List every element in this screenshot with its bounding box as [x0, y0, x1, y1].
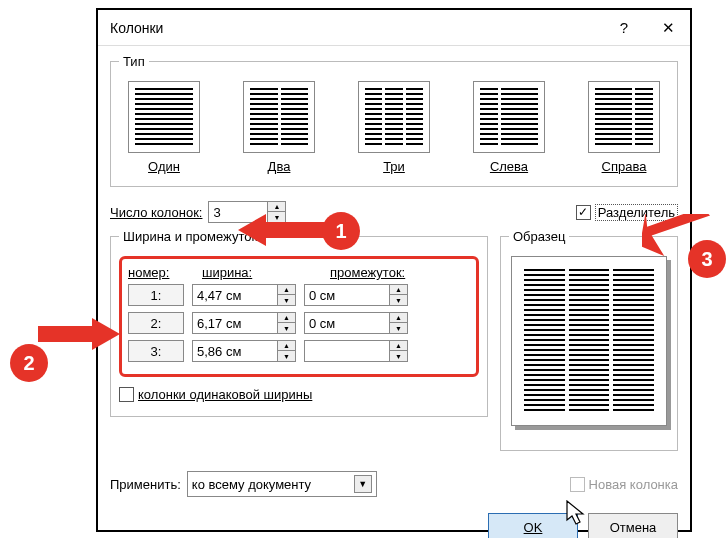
cancel-button[interactable]: Отмена [588, 513, 678, 538]
svg-marker-3 [567, 501, 583, 524]
columns-dialog: Колонки ? ✕ Тип Один Два Три [96, 8, 692, 532]
close-button[interactable]: ✕ [646, 10, 690, 45]
checkbox-unchecked-icon [119, 387, 134, 402]
annotation-arrow-1 [238, 208, 330, 252]
callout-2: 2 [10, 344, 48, 382]
svg-marker-0 [238, 214, 330, 246]
dialog-title: Колонки [98, 20, 602, 36]
num-columns-label: Число колонок: [110, 205, 202, 220]
gap-1-spinner[interactable]: ▲▼ [304, 284, 408, 306]
sample-group: Образец [500, 229, 678, 451]
highlight-box-2: номер: ширина: промежуток: 1: ▲▼ ▲▼ 2: [119, 256, 479, 377]
table-row: 3: ▲▼ ▲▼ [128, 340, 470, 362]
preset-left[interactable]: Слева [470, 81, 548, 174]
checkbox-disabled-icon [570, 477, 585, 492]
width-1-spinner[interactable]: ▲▼ [192, 284, 296, 306]
gap-2-spinner[interactable]: ▲▼ [304, 312, 408, 334]
sample-legend: Образец [509, 229, 569, 244]
preset-two[interactable]: Два [240, 81, 318, 174]
new-column-label: Новая колонка [589, 477, 678, 492]
annotation-arrow-2 [38, 312, 120, 356]
type-legend: Тип [119, 54, 149, 69]
preview-thumbnail [511, 256, 667, 426]
preset-one[interactable]: Один [125, 81, 203, 174]
callout-1: 1 [322, 212, 360, 250]
ok-button[interactable]: OK [488, 513, 578, 538]
col-header-width: ширина: [202, 265, 322, 280]
preset-three[interactable]: Три [355, 81, 433, 174]
width-group: Ширина и промежуток номер: ширина: проме… [110, 229, 488, 417]
mouse-cursor-icon [566, 500, 586, 529]
equal-width-label: колонки одинаковой ширины [138, 387, 312, 402]
chevron-down-icon: ▼ [354, 475, 372, 493]
callout-3: 3 [688, 240, 726, 278]
svg-marker-1 [38, 318, 120, 350]
preset-right[interactable]: Справа [585, 81, 663, 174]
apply-select[interactable]: ко всему документу ▼ [187, 471, 377, 497]
type-group: Тип Один Два Три Слева [110, 54, 678, 187]
titlebar: Колонки ? ✕ [98, 10, 690, 46]
table-row: 2: ▲▼ ▲▼ [128, 312, 470, 334]
gap-3-spinner[interactable]: ▲▼ [304, 340, 408, 362]
checkbox-checked-icon: ✓ [576, 205, 591, 220]
help-button[interactable]: ? [602, 10, 646, 45]
col-header-gap: промежуток: [330, 265, 450, 280]
table-row: 1: ▲▼ ▲▼ [128, 284, 470, 306]
apply-value: ко всему документу [192, 477, 311, 492]
width-2-spinner[interactable]: ▲▼ [192, 312, 296, 334]
equal-width-checkbox[interactable]: колонки одинаковой ширины [119, 387, 312, 402]
apply-label: Применить: [110, 477, 181, 492]
width-3-spinner[interactable]: ▲▼ [192, 340, 296, 362]
new-column-checkbox: Новая колонка [570, 477, 678, 492]
col-header-num: номер: [128, 265, 194, 280]
